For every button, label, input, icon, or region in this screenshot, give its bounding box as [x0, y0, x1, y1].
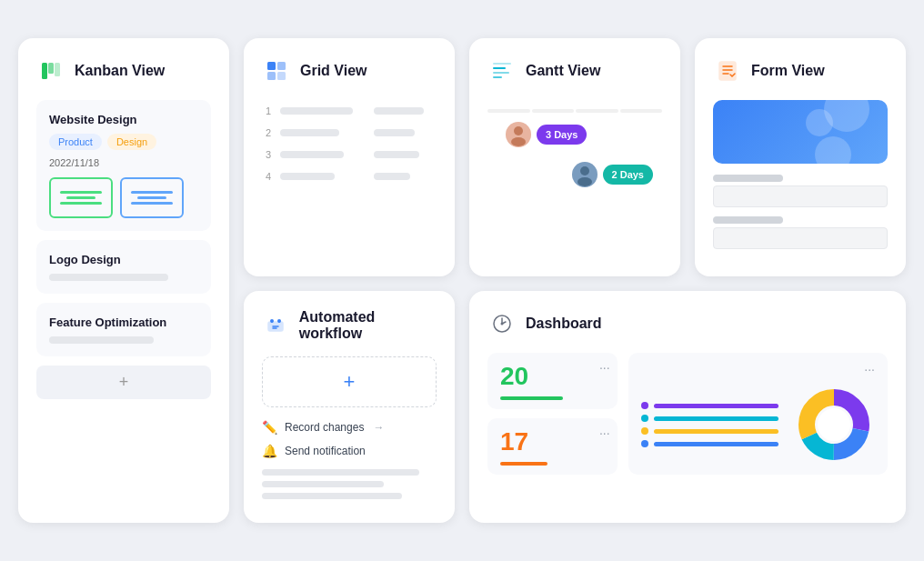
grid-header: Grid View — [262, 56, 437, 85]
arrow-icon: → — [373, 421, 384, 434]
legend-dot-2 — [641, 415, 648, 422]
gantt-row-2: 2 Days — [487, 162, 662, 187]
svg-rect-3 — [267, 62, 276, 70]
mini-card-blue-line — [131, 191, 173, 194]
dashboard-icon — [487, 309, 517, 338]
kanban-add-button[interactable]: + — [36, 366, 211, 399]
chart-content — [641, 384, 875, 466]
form-header: Form View — [713, 56, 888, 85]
gantt-header: Gantt View — [487, 56, 662, 85]
mini-card-line — [60, 191, 102, 194]
dashboard-header: Dashboard — [487, 309, 888, 338]
gantt-icon — [487, 56, 517, 85]
mini-card-line2 — [60, 202, 102, 205]
dashboard-title: Dashboard — [526, 316, 602, 332]
gantt-title: Gantt View — [526, 63, 600, 79]
svg-point-13 — [580, 166, 589, 175]
kanban-item-website-title: Website Design — [49, 113, 198, 126]
kanban-mini-cards — [49, 177, 198, 218]
table-row: 4 — [262, 165, 437, 187]
legend-item-3 — [641, 427, 778, 435]
form-input-1[interactable] — [713, 185, 888, 207]
stat-block-1: ··· 20 — [487, 353, 618, 409]
legend-line-1 — [654, 404, 778, 408]
workflow-step-notify-text: Send notification — [285, 445, 366, 457]
mini-card-blue-line-short — [137, 196, 166, 199]
form-input-2[interactable] — [713, 227, 888, 249]
kanban-item-website[interactable]: Website Design Product Design 2022/11/18 — [36, 100, 211, 231]
stat-dots-1: ··· — [599, 360, 610, 375]
svg-point-14 — [578, 177, 592, 186]
tag-design: Design — [107, 134, 156, 150]
donut-chart — [793, 384, 875, 466]
mini-card-2 — [120, 177, 184, 218]
gantt-view-card: Gantt View 3 Days — [469, 38, 680, 276]
chart-menu[interactable]: ··· — [864, 362, 875, 376]
legend-item-4 — [641, 440, 778, 447]
kanban-item-logo-title: Logo Design — [49, 253, 198, 266]
svg-rect-15 — [719, 62, 736, 80]
form-view-card: Form View — [695, 38, 906, 276]
svg-rect-9 — [493, 72, 509, 74]
gantt-bar-teal: 2 Days — [603, 165, 653, 185]
kanban-date: 2022/11/18 — [49, 157, 198, 168]
form-banner — [713, 100, 888, 164]
svg-rect-4 — [277, 62, 286, 70]
svg-rect-7 — [493, 63, 511, 65]
form-label-1 — [713, 175, 783, 182]
grid-icon — [262, 56, 291, 85]
svg-rect-2 — [55, 63, 60, 76]
legend-line-4 — [654, 442, 778, 446]
svg-rect-0 — [42, 63, 47, 79]
kanban-item-logo[interactable]: Logo Design — [36, 240, 211, 294]
stat-dots-2: ··· — [599, 426, 610, 440]
kanban-logo-line — [49, 274, 168, 281]
workflow-card: Automated workflow + ✏️ Record changes →… — [244, 291, 455, 523]
workflow-add-button[interactable]: + — [262, 356, 437, 407]
chart-legend — [641, 402, 778, 447]
workflow-icon — [262, 311, 290, 340]
gantt-cols — [487, 109, 662, 113]
gantt-row-1: 3 Days — [487, 122, 662, 147]
svg-point-32 — [818, 408, 850, 441]
legend-item-1 — [641, 402, 778, 409]
stat-value-1: 20 — [500, 362, 605, 391]
grid-table: 1 2 3 4 — [262, 100, 437, 187]
gantt-bar-purple: 3 Days — [537, 125, 587, 145]
kanban-item-feature-title: Feature Optimization — [49, 316, 198, 329]
form-icon — [713, 56, 742, 85]
svg-rect-10 — [493, 76, 502, 78]
dashboard-card: Dashboard ··· 20 ··· 17 ··· — [469, 291, 906, 523]
svg-rect-5 — [267, 72, 276, 80]
form-title: Form View — [751, 63, 825, 79]
workflow-header: Automated workflow — [262, 309, 437, 342]
tag-product: Product — [49, 134, 102, 150]
stat-block-2: ··· 17 — [487, 418, 618, 475]
table-row: 2 — [262, 122, 437, 144]
svg-point-27 — [501, 323, 504, 326]
stat-value-2: 17 — [500, 427, 605, 456]
workflow-title: Automated workflow — [299, 309, 437, 342]
kanban-feature-line — [49, 336, 154, 344]
mini-card-blue-line2 — [131, 202, 173, 205]
workflow-step-notify: 🔔 Send notification — [262, 444, 437, 458]
grid-view-card: Grid View 1 2 3 — [244, 38, 455, 276]
mini-card-line-short — [66, 196, 95, 199]
pencil-icon: ✏️ — [262, 420, 277, 435]
table-row: 3 — [262, 144, 437, 165]
mini-card-1 — [49, 177, 113, 218]
kanban-tags: Product Design — [49, 134, 198, 150]
svg-rect-6 — [277, 72, 286, 80]
main-container: Kanban View Website Design Product Desig… — [18, 38, 906, 523]
kanban-item-feature[interactable]: Feature Optimization — [36, 303, 211, 356]
workflow-step-record-text: Record changes — [285, 421, 364, 434]
table-row: 1 — [262, 100, 437, 122]
dashboard-stats: ··· 20 ··· 17 — [487, 353, 618, 475]
gantt-area: 3 Days 2 Days — [487, 100, 662, 211]
chart-area: ··· — [628, 353, 888, 475]
dashboard-inner: ··· 20 ··· 17 ··· — [487, 353, 888, 475]
kanban-title: Kanban View — [75, 63, 165, 79]
svg-point-12 — [511, 137, 526, 146]
bell-icon: 🔔 — [262, 444, 277, 458]
legend-dot-4 — [641, 440, 648, 447]
